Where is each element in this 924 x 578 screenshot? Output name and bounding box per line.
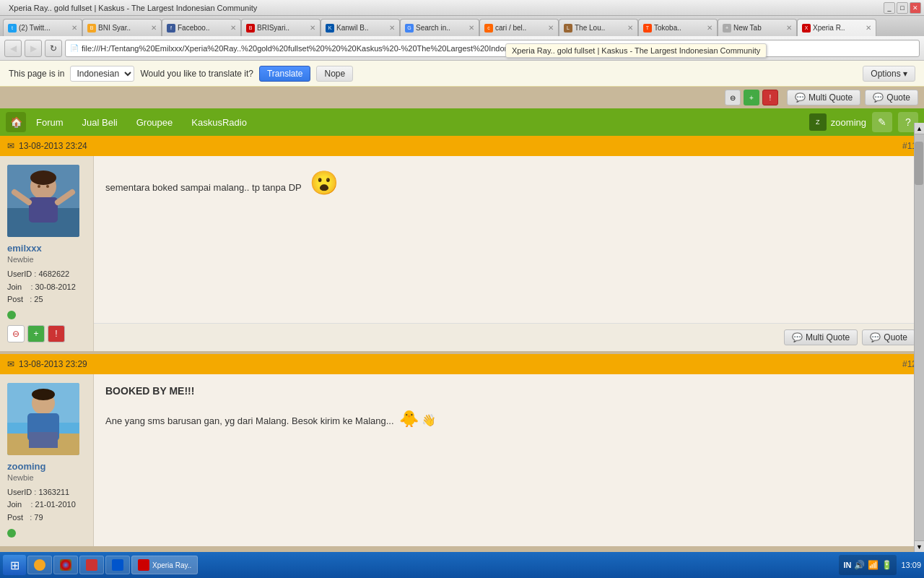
tab-tokoba[interactable]: T Tokoba.. ✕ bbox=[638, 19, 718, 36]
post-envelope-icon-12: ✉ bbox=[7, 359, 14, 369]
multi-quote-button-11[interactable]: 💬 Multi Quote bbox=[784, 329, 858, 345]
tab-lou[interactable]: L The Lou.. ✕ bbox=[559, 19, 638, 36]
nope-button[interactable]: Nope bbox=[316, 66, 353, 82]
taskbar-app2[interactable] bbox=[105, 556, 130, 574]
translate-prefix: This page is in bbox=[9, 69, 64, 79]
tab-favicon: c bbox=[484, 24, 493, 33]
translate-button[interactable]: Translate bbox=[259, 66, 311, 82]
scrollbar[interactable]: ▲ ▼ bbox=[914, 123, 924, 552]
tab-close-icon[interactable]: ✕ bbox=[707, 24, 712, 32]
language-select[interactable]: Indonesian bbox=[70, 66, 134, 82]
tab-close-icon[interactable]: ✕ bbox=[389, 24, 395, 32]
tab-brisyari[interactable]: B BRISyari.. ✕ bbox=[241, 19, 321, 36]
quote-button-top[interactable]: 💬 Quote bbox=[865, 90, 918, 105]
svg-point-8 bbox=[46, 185, 49, 188]
tab-favicon: T bbox=[643, 24, 652, 33]
tab-favicon: B bbox=[87, 24, 96, 33]
post-footer-11: 💬 Multi Quote 💬 Quote bbox=[94, 323, 924, 351]
back-button[interactable]: ◀ bbox=[4, 40, 22, 57]
svg-point-7 bbox=[38, 185, 40, 188]
post-timestamp-11: 13-08-2013 23:24 bbox=[19, 141, 87, 151]
tab-close-icon[interactable]: ✕ bbox=[151, 24, 157, 32]
plus-rep-button[interactable]: + bbox=[27, 325, 45, 342]
tab-label: The Lou.. bbox=[575, 24, 625, 32]
scroll-up[interactable]: ▲ bbox=[915, 123, 924, 134]
scroll-thumb[interactable] bbox=[915, 142, 923, 185]
title-bar-text: Xperia Ray.. gold fullset | Kaskus - The… bbox=[3, 4, 884, 12]
tab-bni[interactable]: B BNI Syar.. ✕ bbox=[82, 19, 162, 36]
maximize-button[interactable]: □ bbox=[897, 2, 908, 14]
quote-icon-2: 💬 bbox=[873, 92, 884, 103]
nav-user-info: Z zooming bbox=[809, 113, 866, 131]
post-author-col-12: zooming Newbie UserID : 1363211 Join : 2… bbox=[0, 374, 94, 546]
quote-button-11[interactable]: 💬 Quote bbox=[862, 329, 915, 345]
taskbar-active-window[interactable]: Xperia Ray.. bbox=[131, 556, 198, 574]
minus-rep-button[interactable]: ⊖ bbox=[7, 325, 25, 342]
tab-xperia[interactable]: X Xperia R.. ✕ bbox=[797, 19, 876, 36]
tab-label: Search in.. bbox=[416, 24, 466, 32]
start-button[interactable]: ⊞ bbox=[3, 555, 26, 575]
tab-search[interactable]: G Search in.. ✕ bbox=[400, 19, 479, 36]
post-content-11: sementara boked sampai malang.. tp tanpa… bbox=[94, 156, 924, 248]
tab-close-icon[interactable]: ✕ bbox=[310, 24, 315, 32]
options-button[interactable]: Options ▾ bbox=[863, 66, 915, 82]
tab-label: Faceboo.. bbox=[178, 24, 228, 32]
avatar-emilxxx bbox=[7, 165, 79, 237]
dislike-icon-top[interactable]: ! bbox=[762, 90, 778, 105]
forum-nav-kaskusradio[interactable]: KaskusRadio bbox=[183, 113, 256, 132]
post-author-col-11: emilxxx Newbie UserID : 4682622 Join : 3… bbox=[0, 156, 94, 351]
close-button[interactable]: ✕ bbox=[910, 2, 921, 14]
tab-close-icon[interactable]: ✕ bbox=[548, 24, 554, 32]
language-indicator: IN bbox=[843, 561, 851, 569]
title-bar-buttons: _ □ ✕ bbox=[884, 2, 921, 14]
taskbar-app1[interactable] bbox=[79, 556, 104, 574]
taskbar-explorer[interactable] bbox=[27, 556, 52, 574]
kaskus-icon bbox=[138, 559, 149, 571]
minimize-button[interactable]: _ bbox=[884, 2, 895, 14]
post-text-11: sementara boked sampai malang.. tp tanpa… bbox=[105, 165, 912, 202]
address-input[interactable] bbox=[82, 44, 915, 53]
forum-nav-forum[interactable]: Forum bbox=[27, 113, 72, 132]
quote-bubble-icon: 💬 bbox=[792, 332, 803, 342]
post-timestamp-12: 13-08-2013 23:29 bbox=[19, 359, 87, 369]
tab-twitter[interactable]: t (2) Twitt... ✕ bbox=[3, 19, 82, 36]
scroll-down[interactable]: ▼ bbox=[915, 540, 924, 552]
svg-point-14 bbox=[32, 389, 55, 400]
tab-kanwil[interactable]: K Kanwil B.. ✕ bbox=[321, 19, 400, 36]
tab-label: Kanwil B.. bbox=[336, 24, 387, 32]
post-body-11: emilxxx Newbie UserID : 4682622 Join : 3… bbox=[0, 156, 924, 351]
tab-favicon: L bbox=[564, 24, 572, 33]
edit-icon[interactable]: ✎ bbox=[872, 112, 892, 132]
tab-favicon: B bbox=[246, 24, 255, 33]
author-actions-emilxxx: ⊖ + ! bbox=[7, 325, 65, 342]
tab-close-icon[interactable]: ✕ bbox=[468, 24, 474, 32]
navigation-bar: ◀ ▶ ↻ 📄 Xperia Ray.. gold fullset | Kask… bbox=[0, 36, 924, 61]
avatar-zooming bbox=[7, 383, 79, 455]
tab-close-icon[interactable]: ✕ bbox=[230, 24, 236, 32]
tab-close-icon[interactable]: ✕ bbox=[71, 24, 77, 32]
multi-quote-button-top[interactable]: 💬 Multi Quote bbox=[787, 90, 860, 105]
forum-nav-jualbeli[interactable]: Jual Beli bbox=[74, 113, 126, 132]
taskbar-chrome[interactable] bbox=[53, 556, 78, 574]
author-name-zooming[interactable]: zooming bbox=[7, 461, 45, 472]
tab-favicon: G bbox=[405, 24, 414, 33]
author-name-emilxxx[interactable]: emilxxx bbox=[7, 243, 42, 254]
address-tooltip: Xperia Ray.. gold fullset | Kaskus - The… bbox=[505, 43, 767, 58]
forum-nav-right: Z zooming ✎ ? bbox=[809, 112, 918, 132]
tab-close-icon[interactable]: ✕ bbox=[786, 24, 792, 32]
report-button[interactable]: ! bbox=[48, 325, 65, 342]
svg-rect-15 bbox=[29, 432, 43, 448]
post-body-text-12: Ane yang sms barusan gan, yg dari Malang… bbox=[105, 406, 912, 431]
tab-cari[interactable]: c cari / bel.. ✕ bbox=[479, 19, 559, 36]
home-button[interactable]: 🏠 bbox=[6, 112, 26, 132]
forward-button[interactable]: ▶ bbox=[25, 40, 42, 57]
systray: IN 🔊 📶 🔋 bbox=[839, 555, 897, 575]
tab-close-icon[interactable]: ✕ bbox=[866, 24, 871, 32]
tab-close-icon[interactable]: ✕ bbox=[627, 24, 633, 32]
like-icon-top[interactable]: + bbox=[744, 90, 759, 105]
report-icon-top[interactable]: ⊖ bbox=[725, 90, 741, 105]
tab-newtab[interactable]: + New Tab ✕ bbox=[718, 19, 797, 36]
tab-facebook[interactable]: f Faceboo.. ✕ bbox=[162, 19, 241, 36]
reload-button[interactable]: ↻ bbox=[45, 40, 62, 57]
forum-nav-groupee[interactable]: Groupee bbox=[128, 113, 182, 132]
